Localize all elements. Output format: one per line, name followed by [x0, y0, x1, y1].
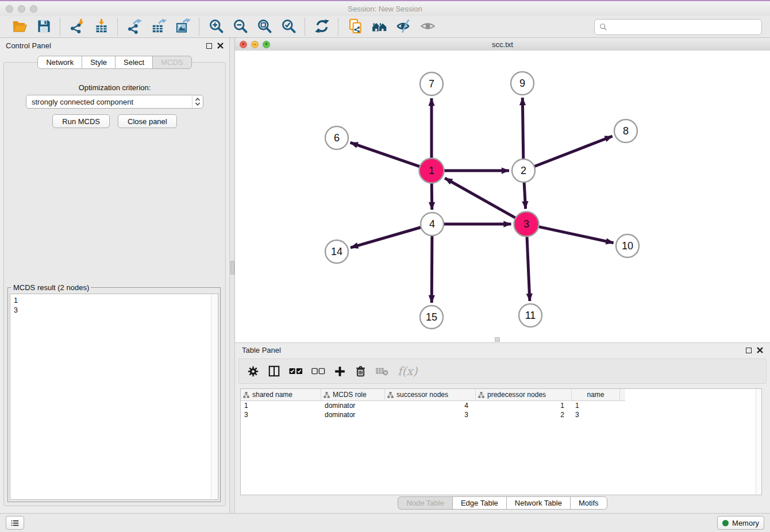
close-panel-icon[interactable] — [757, 347, 763, 353]
table-cell[interactable]: dominator — [321, 410, 385, 419]
table-cell[interactable]: 3 — [572, 410, 620, 419]
column-settings-button[interactable] — [247, 365, 259, 377]
table-cell[interactable]: 4 — [385, 401, 476, 410]
graph-edge[interactable] — [351, 227, 422, 248]
graph-edge[interactable] — [527, 236, 530, 302]
table-cell[interactable]: 1 — [241, 401, 321, 410]
graph-node[interactable]: 1 — [419, 159, 444, 183]
graph-node[interactable]: 9 — [511, 72, 534, 95]
list-icon — [11, 519, 19, 527]
svg-text:10: 10 — [622, 240, 633, 252]
graph-edge[interactable] — [524, 181, 526, 209]
graph-edge[interactable] — [445, 178, 517, 218]
close-panel-icon[interactable] — [217, 43, 224, 49]
graph-node[interactable]: 2 — [512, 159, 535, 182]
search-icon — [599, 23, 607, 31]
graph-node[interactable]: 10 — [616, 234, 639, 257]
search-input[interactable] — [610, 21, 761, 33]
mcds-result-area[interactable]: 1 3 — [10, 294, 218, 500]
import-network-button[interactable] — [67, 18, 87, 36]
home-button[interactable] — [369, 18, 390, 36]
table-cell[interactable]: 1 — [572, 401, 620, 410]
zoom-in-button[interactable] — [206, 18, 226, 36]
graph-node[interactable]: 8 — [614, 119, 637, 142]
table-row[interactable]: 1dominator411 — [241, 401, 761, 410]
network-title: scc.txt — [235, 40, 770, 49]
graph-node[interactable]: 14 — [325, 240, 348, 263]
apply-layout-button[interactable] — [311, 18, 332, 36]
export-image-button[interactable] — [172, 18, 193, 36]
zoom-fit-button[interactable] — [254, 18, 275, 36]
task-history-button[interactable] — [6, 516, 24, 530]
import-table-button[interactable] — [91, 18, 111, 36]
memory-button[interactable]: Memory — [717, 516, 764, 530]
add-row-button[interactable] — [334, 365, 346, 377]
table-cell[interactable]: 3 — [241, 410, 321, 419]
table-cell[interactable]: 2 — [476, 410, 572, 419]
column-label: MCDS role — [333, 391, 367, 399]
open-file-button[interactable] — [9, 18, 30, 36]
graph-edge[interactable] — [432, 182, 432, 210]
table-scrollbar[interactable] — [756, 389, 761, 495]
column-header-name[interactable]: name — [572, 389, 620, 400]
column-header-successor-nodes[interactable]: successor nodes — [385, 389, 476, 400]
tab-node-table[interactable]: Node Table — [398, 496, 453, 510]
column-header-shared-name[interactable]: shared name — [241, 389, 321, 400]
hide-selected-button[interactable] — [393, 18, 414, 36]
table-row[interactable]: 3dominator323 — [241, 410, 761, 419]
tab-motifs[interactable]: Motifs — [570, 496, 607, 510]
select-all-button[interactable] — [289, 368, 303, 375]
tab-network-table[interactable]: Network Table — [506, 496, 571, 510]
table-cell[interactable]: 1 — [476, 401, 572, 410]
app-title: Session: New Session — [0, 5, 770, 13]
zoom-out-button[interactable] — [230, 18, 251, 36]
graph-edge[interactable] — [533, 136, 613, 167]
run-mcds-button[interactable]: Run MCDS — [52, 114, 110, 128]
splitter-grip[interactable] — [230, 261, 234, 275]
graph-node[interactable]: 11 — [519, 304, 542, 327]
network-canvas[interactable]: 7968124314101511 — [235, 51, 770, 342]
delete-table-button[interactable] — [375, 366, 389, 376]
tab-edge-table[interactable]: Edge Table — [452, 496, 507, 510]
svg-text:7: 7 — [429, 78, 434, 90]
table-cell[interactable]: dominator — [321, 401, 385, 410]
graph-edge[interactable] — [537, 226, 614, 243]
tab-network[interactable]: Network — [37, 56, 82, 69]
graph-node[interactable]: 4 — [421, 213, 444, 236]
save-icon — [36, 18, 52, 36]
save-session-button[interactable] — [33, 18, 54, 36]
column-header-mcds-role[interactable]: MCDS role — [321, 389, 385, 400]
tab-style[interactable]: Style — [82, 56, 116, 69]
import-table-icon — [94, 18, 109, 36]
function-builder-button[interactable]: f(x) — [398, 364, 417, 378]
criterion-dropdown[interactable]: strongly connected component — [26, 95, 203, 109]
export-table-button[interactable] — [148, 18, 169, 36]
delete-row-button[interactable] — [355, 365, 367, 377]
close-panel-button[interactable]: Close panel — [118, 114, 177, 128]
graph-edge[interactable] — [522, 98, 523, 160]
criterion-value: strongly connected component — [32, 98, 192, 106]
graph-node[interactable]: 15 — [420, 306, 443, 329]
graph-node[interactable]: 3 — [514, 212, 539, 237]
graph-node[interactable]: 6 — [325, 126, 348, 149]
export-network-button[interactable] — [124, 18, 145, 36]
show-all-button[interactable] — [417, 18, 438, 36]
float-panel-icon[interactable] — [206, 43, 212, 49]
graph-node[interactable]: 7 — [420, 72, 443, 95]
panel-splitter[interactable] — [230, 38, 234, 513]
canvas-scrollbar-thumb[interactable] — [495, 337, 500, 342]
mcds-result-text: 1 3 — [14, 296, 210, 498]
duplicate-network-button[interactable] — [345, 18, 365, 36]
column-header-predecessor-nodes[interactable]: predecessor nodes — [476, 389, 572, 400]
fx-icon: f(x) — [398, 364, 417, 378]
tab-mcds[interactable]: MCDS — [152, 56, 191, 69]
result-scrollbar[interactable] — [211, 295, 217, 499]
graph-edge[interactable] — [351, 142, 421, 167]
deselect-all-button[interactable] — [311, 368, 325, 375]
graph-edge[interactable] — [432, 234, 432, 303]
show-columns-button[interactable] — [268, 365, 280, 377]
table-cell[interactable]: 3 — [385, 410, 476, 419]
tab-select[interactable]: Select — [115, 56, 153, 69]
zoom-selected-button[interactable] — [278, 18, 299, 36]
float-panel-icon[interactable] — [746, 348, 752, 353]
